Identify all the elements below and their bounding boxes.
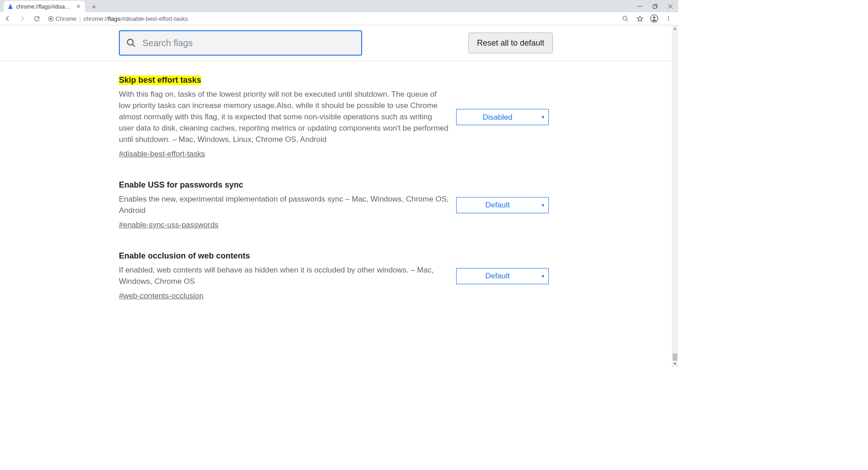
flag-text-block: Enable occlusion of web contentsIf enabl… — [119, 251, 449, 301]
flag-control: DefaultEnabledDisabled — [456, 109, 549, 125]
flag-description: Enables the new, experimental implementa… — [119, 193, 449, 216]
maximize-button[interactable] — [647, 0, 663, 12]
close-window-button[interactable] — [663, 0, 678, 12]
svg-point-6 — [668, 16, 669, 17]
search-icon — [126, 38, 136, 48]
flag-title: Skip best effort tasks — [119, 75, 201, 85]
flag-anchor-link[interactable]: #web-contents-occlusion — [119, 291, 203, 301]
flag-text-block: Skip best effort tasksWith this flag on,… — [119, 75, 449, 159]
chrome-icon — [48, 16, 54, 22]
profile-icon[interactable] — [649, 14, 659, 24]
omnibox-divider: | — [79, 15, 80, 22]
reload-button[interactable] — [32, 14, 42, 24]
bookmark-icon[interactable] — [635, 14, 645, 24]
scroll-down-button[interactable]: ▼ — [672, 361, 678, 367]
flag-title: Enable USS for passwords sync — [119, 180, 243, 190]
flag-title: Enable occlusion of web contents — [119, 251, 250, 261]
flag-anchor-link[interactable]: #enable-sync-uss-passwords — [119, 221, 218, 230]
site-chip-label: Chrome — [56, 15, 76, 22]
svg-point-2 — [50, 18, 52, 19]
zoom-icon[interactable] — [620, 14, 630, 24]
search-input[interactable] — [142, 38, 355, 48]
flag-state-select[interactable]: DefaultEnabledDisabled — [456, 197, 549, 213]
svg-point-8 — [668, 20, 669, 21]
flask-icon — [7, 4, 14, 10]
flag-description: If enabled, web contents will behave as … — [119, 264, 449, 287]
svg-point-3 — [623, 16, 627, 20]
svg-point-7 — [668, 18, 669, 19]
scroll-up-button[interactable]: ▲ — [672, 25, 678, 32]
scroll-thumb[interactable] — [673, 353, 677, 361]
toolbar: Chrome | chrome://flags/#disable-best-ef… — [0, 12, 678, 25]
titlebar: chrome://flags/#disable-best-eff ✕ ＋ — [0, 0, 678, 12]
window-controls — [632, 0, 678, 12]
flag-text-block: Enable USS for passwords syncEnables the… — [119, 180, 449, 230]
flag-control: DefaultEnabledDisabled — [456, 268, 549, 284]
flag-anchor-link[interactable]: #disable-best-effort-tasks — [119, 150, 205, 159]
flag-control: DefaultEnabledDisabled — [456, 197, 549, 213]
new-tab-button[interactable]: ＋ — [89, 1, 99, 12]
menu-icon[interactable] — [664, 14, 674, 24]
url-text: chrome://flags/#disable-best-effort-task… — [84, 15, 188, 22]
back-button[interactable] — [3, 14, 13, 24]
flag-state-select[interactable]: DefaultEnabledDisabled — [456, 109, 549, 125]
close-icon[interactable]: ✕ — [75, 4, 81, 10]
svg-point-9 — [127, 39, 133, 45]
flag-row: Skip best effort tasksWith this flag on,… — [119, 75, 553, 159]
page-content: Reset all to default Skip best effort ta… — [0, 25, 672, 367]
tab-title: chrome://flags/#disable-best-eff — [16, 4, 72, 10]
site-info-chip[interactable]: Chrome — [48, 15, 76, 22]
search-row: Reset all to default — [0, 25, 672, 61]
flag-description: With this flag on, tasks of the lowest p… — [119, 89, 449, 145]
forward-button[interactable] — [17, 14, 27, 24]
reset-all-button[interactable]: Reset all to default — [468, 33, 553, 53]
search-box[interactable] — [119, 30, 362, 56]
browser-tab[interactable]: chrome://flags/#disable-best-eff ✕ — [4, 1, 85, 12]
minimize-button[interactable] — [632, 0, 647, 12]
address-bar[interactable]: Chrome | chrome://flags/#disable-best-ef… — [48, 14, 188, 24]
flag-state-select[interactable]: DefaultEnabledDisabled — [456, 268, 549, 284]
flag-row: Enable occlusion of web contentsIf enabl… — [119, 251, 553, 301]
flags-list: Skip best effort tasksWith this flag on,… — [119, 61, 553, 301]
svg-point-5 — [653, 16, 655, 19]
vertical-scrollbar[interactable]: ▲ ▼ — [672, 25, 678, 367]
flag-row: Enable USS for passwords syncEnables the… — [119, 180, 553, 230]
svg-rect-0 — [653, 5, 656, 8]
